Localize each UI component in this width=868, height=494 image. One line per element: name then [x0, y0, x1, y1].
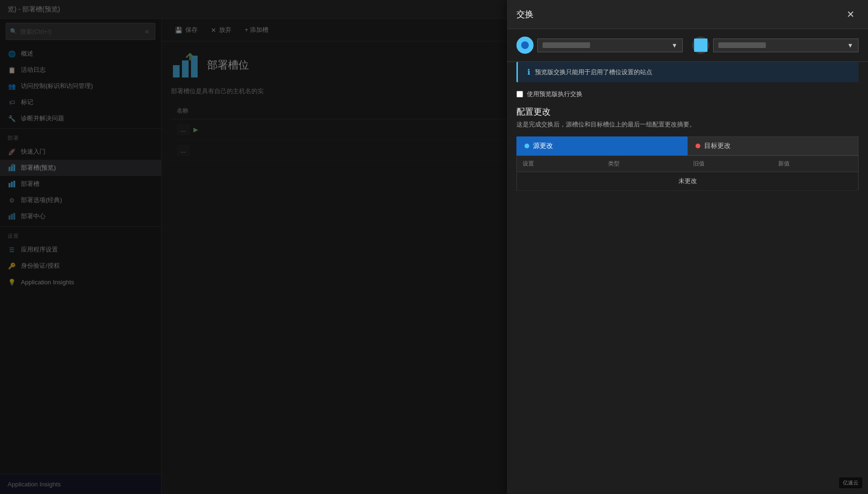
- info-banner: ℹ 预览版交换只能用于启用了槽位设置的站点: [516, 62, 858, 82]
- source-slot-dropdown[interactable]: ▼: [537, 39, 683, 52]
- source-dot: [525, 144, 529, 148]
- table-row: 未更改: [517, 172, 858, 191]
- col-setting: 设置: [517, 156, 603, 172]
- slot-selectors: ▼ ▼: [507, 29, 868, 62]
- target-slot-avatar: [692, 37, 709, 54]
- col-old-value: 旧值: [687, 156, 773, 172]
- preview-check-container: 使用预览版执行交换: [507, 90, 868, 106]
- config-section: 配置更改 这是完成交换后，源槽位和目标槽位上的最后一组配置更改摘要。 源更改 目…: [507, 106, 868, 191]
- target-slot-dropdown[interactable]: ▼: [713, 39, 858, 52]
- source-tab[interactable]: 源更改: [516, 136, 687, 155]
- watermark-text: 亿速云: [843, 480, 858, 485]
- source-slot-avatar: [516, 37, 534, 54]
- dropdown-arrow-icon: ▼: [847, 42, 853, 49]
- dialog-close-button[interactable]: ✕: [843, 7, 858, 22]
- info-banner-text: 预览版交换只能用于启用了槽位设置的站点: [535, 68, 652, 77]
- info-icon: ℹ: [527, 68, 530, 77]
- target-slot-selector: ▼: [692, 37, 858, 54]
- dialog-header: 交换 ✕: [507, 0, 868, 29]
- change-tabs: 源更改 目标更改: [516, 136, 858, 155]
- dialog-body: ▼ ▼ ℹ 预览版交换只能用于启用了槽位设置的站点 使用预览版执行交换: [507, 29, 868, 494]
- target-dot: [696, 144, 700, 148]
- dropdown-arrow-icon: ▼: [671, 42, 677, 49]
- col-new-value: 新值: [773, 156, 858, 172]
- col-type: 类型: [602, 156, 687, 172]
- source-tab-label: 源更改: [533, 142, 553, 150]
- target-tab[interactable]: 目标更改: [687, 136, 858, 155]
- preview-checkbox[interactable]: [516, 91, 523, 97]
- target-tab-label: 目标更改: [704, 142, 731, 150]
- no-changes-text: 未更改: [517, 172, 858, 191]
- preview-check-label[interactable]: 使用预览版执行交换: [527, 90, 582, 98]
- dialog-panel: 交换 ✕ ▼: [507, 0, 868, 494]
- watermark: 亿速云: [839, 477, 862, 488]
- changes-table: 设置 类型 旧值 新值 未更改: [516, 155, 858, 191]
- source-slot-selector: ▼: [516, 37, 683, 54]
- config-description: 这是完成交换后，源槽位和目标槽位上的最后一组配置更改摘要。: [516, 120, 858, 129]
- config-title: 配置更改: [516, 106, 858, 117]
- dialog-title: 交换: [516, 9, 534, 20]
- svg-point-13: [521, 41, 529, 49]
